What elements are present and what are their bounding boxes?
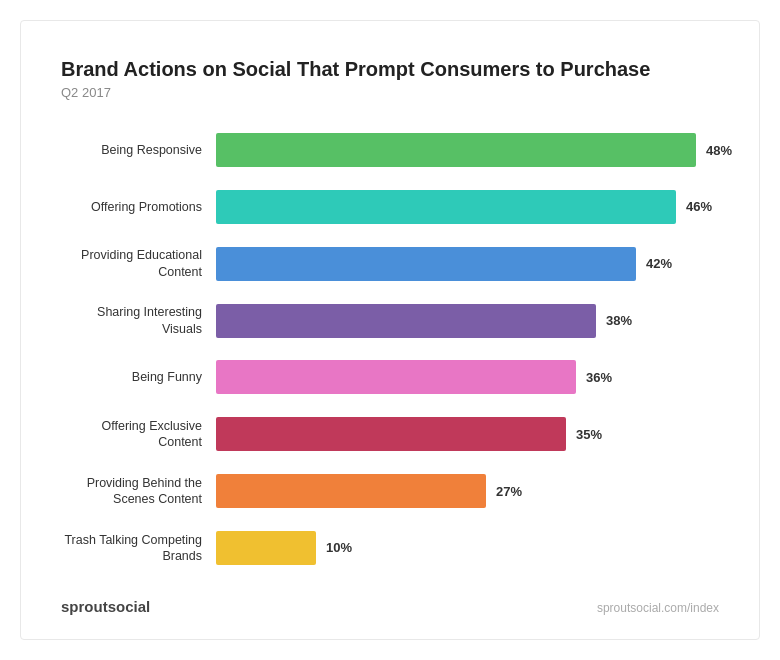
bar-value: 36%: [586, 370, 612, 385]
bar-value: 38%: [606, 313, 632, 328]
footer: sproutsocial sproutsocial.com/index: [61, 588, 719, 615]
bar-label: Being Funny: [61, 369, 216, 385]
bar-row: Providing Educational Content42%: [61, 242, 719, 286]
bar-value: 48%: [706, 143, 732, 158]
bar-label: Providing Behind the Scenes Content: [61, 475, 216, 508]
bar: [216, 190, 676, 224]
bar-value: 46%: [686, 199, 712, 214]
bar-track: 38%: [216, 304, 719, 338]
bar-label: Sharing Interesting Visuals: [61, 304, 216, 337]
bar-row: Providing Behind the Scenes Content27%: [61, 469, 719, 513]
bar: [216, 133, 696, 167]
bar-label: Providing Educational Content: [61, 247, 216, 280]
bar-track: 27%: [216, 474, 719, 508]
bar-label: Being Responsive: [61, 142, 216, 158]
bar-row: Offering Exclusive Content35%: [61, 412, 719, 456]
bar-track: 48%: [216, 133, 732, 167]
bar-row: Trash Talking Competing Brands10%: [61, 526, 719, 570]
bar-track: 36%: [216, 360, 719, 394]
bar-row: Being Responsive48%: [61, 128, 719, 172]
bar-row: Sharing Interesting Visuals38%: [61, 299, 719, 343]
footer-url: sproutsocial.com/index: [597, 601, 719, 615]
chart-area: Being Responsive48%Offering Promotions46…: [61, 128, 719, 570]
logo-bold: social: [108, 598, 151, 615]
bar-track: 10%: [216, 531, 719, 565]
chart-subtitle: Q2 2017: [61, 85, 719, 100]
bar-value: 42%: [646, 256, 672, 271]
logo: sproutsocial: [61, 598, 150, 615]
bar-label: Offering Promotions: [61, 199, 216, 215]
bar-label: Offering Exclusive Content: [61, 418, 216, 451]
bar: [216, 417, 566, 451]
bar: [216, 474, 486, 508]
bar-row: Offering Promotions46%: [61, 185, 719, 229]
chart-card: Brand Actions on Social That Prompt Cons…: [20, 20, 760, 640]
bar-value: 27%: [496, 484, 522, 499]
bar-value: 35%: [576, 427, 602, 442]
bar-track: 35%: [216, 417, 719, 451]
chart-title: Brand Actions on Social That Prompt Cons…: [61, 57, 719, 81]
bar-row: Being Funny36%: [61, 355, 719, 399]
bar-label: Trash Talking Competing Brands: [61, 532, 216, 565]
bar-track: 42%: [216, 247, 719, 281]
logo-light: sprout: [61, 598, 108, 615]
bar-track: 46%: [216, 190, 719, 224]
bar-value: 10%: [326, 540, 352, 555]
bar: [216, 304, 596, 338]
bar: [216, 531, 316, 565]
bar: [216, 360, 576, 394]
bar: [216, 247, 636, 281]
